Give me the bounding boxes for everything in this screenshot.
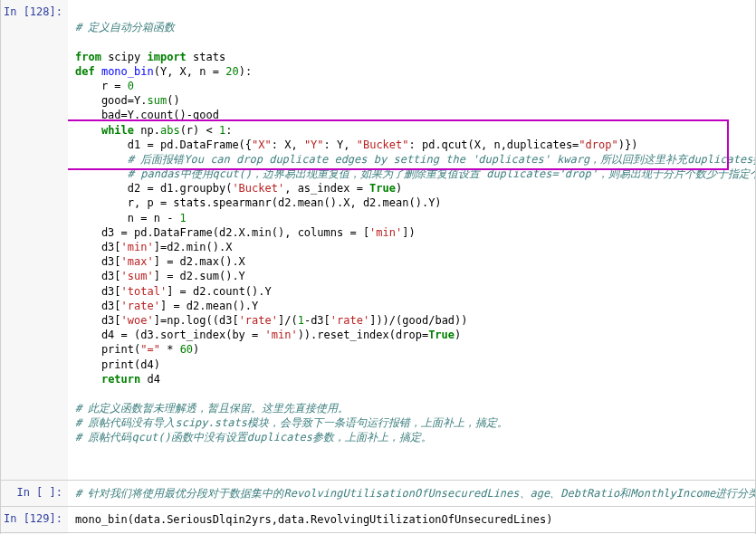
prompt-label: In [129]: [1,507,68,532]
prompt-label: In [128]: [1,0,68,480]
code-cell-129: In [129]: mono_bin(data.SeriousDlqin2yrs… [0,507,756,533]
code-cell-128: In [128]: # 定义自动分箱函数 from scipy import s… [0,0,756,481]
code-input[interactable]: # 针对我们将使用最优分段对于数据集中的RevolvingUtilisation… [68,481,755,506]
code-input[interactable]: # 定义自动分箱函数 from scipy import stats def m… [68,0,755,480]
code-input[interactable]: mono_bin(data.SeriousDlqin2yrs,data.Revo… [68,507,755,532]
prompt-label: In [ ]: [1,481,68,506]
code-cell-empty: In [ ]: # 针对我们将使用最优分段对于数据集中的RevolvingUti… [0,481,756,507]
